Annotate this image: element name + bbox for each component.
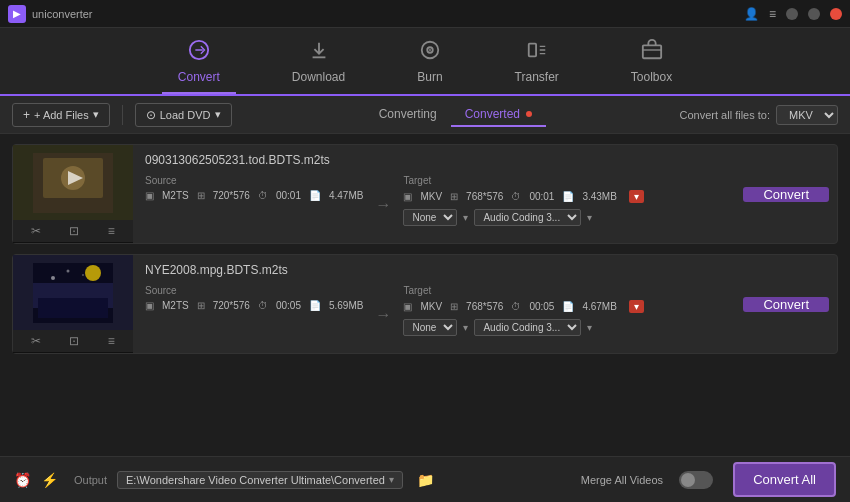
svg-point-14: [85, 265, 101, 281]
file-icon-2: 📄: [309, 300, 321, 311]
thumbnail-2: ✂ ⊡ ≡: [13, 255, 133, 353]
target-size-2: 4.67MB: [582, 301, 616, 312]
converted-tab-label: Converted: [465, 107, 520, 121]
target-res-2: 768*576: [466, 301, 503, 312]
source-size-2: 5.69MB: [329, 300, 363, 311]
settings-icon-2[interactable]: ≡: [108, 334, 115, 348]
format-select[interactable]: MKV MP4 AVI: [776, 105, 838, 125]
convert-all-button[interactable]: Convert All: [733, 462, 836, 497]
output-path-dropdown[interactable]: ▾: [385, 474, 394, 485]
dvd-icon: ⊙: [146, 108, 156, 122]
titlebar-controls: 👤 ≡: [744, 7, 842, 21]
load-dvd-button[interactable]: ⊙ Load DVD ▾: [135, 103, 232, 127]
target-file-icon-2: 📄: [562, 301, 574, 312]
add-files-label: + Add Files: [34, 109, 89, 121]
target-dur-1: 00:01: [529, 191, 554, 202]
subtitle-select-1[interactable]: None: [403, 209, 457, 226]
target-label-2: Target: [403, 285, 643, 296]
subtitle-dropdown-icon-2: ▾: [463, 322, 468, 333]
maximize-button[interactable]: [808, 8, 820, 20]
burn-nav-icon: [419, 39, 441, 66]
target-dropdown-btn-1[interactable]: ▾: [629, 190, 644, 203]
subtitle-select-2[interactable]: None: [403, 319, 457, 336]
film-icon-2: ▣: [145, 300, 154, 311]
tab-converted[interactable]: Converted: [451, 103, 547, 127]
source-block-2: Source ▣ M2TS ⊞ 720*576 ⏱ 00:05 📄 5.69MB: [145, 285, 363, 311]
add-files-button[interactable]: + + Add Files ▾: [12, 103, 110, 127]
toggle-knob: [681, 473, 695, 487]
app-logo: ▶: [8, 5, 26, 23]
target-meta-2: ▣ MKV ⊞ 768*576 ⏱ 00:05 📄 4.67MB ▾: [403, 300, 643, 313]
converting-tab-label: Converting: [379, 107, 437, 121]
audio-dropdown-icon-1: ▾: [587, 212, 592, 223]
merge-toggle[interactable]: [679, 471, 713, 489]
target-size-1: 3.43MB: [582, 191, 616, 202]
film-icon-1: ▣: [145, 190, 154, 201]
minimize-button[interactable]: [786, 8, 798, 20]
format-selector: Convert all files to: MKV MP4 AVI: [680, 105, 838, 125]
target-dur-2: 00:05: [529, 301, 554, 312]
source-block-1: Source ▣ M2TS ⊞ 720*576 ⏱ 00:01 📄 4.47MB: [145, 175, 363, 201]
output-path-text: E:\Wondershare Video Converter Ultimate\…: [126, 474, 385, 486]
audio-dropdown-icon-2: ▾: [587, 322, 592, 333]
merge-label: Merge All Videos: [581, 474, 663, 486]
nav-convert[interactable]: Convert: [162, 31, 236, 94]
target-dropdown-btn-2[interactable]: ▾: [629, 300, 644, 313]
target-meta-1: ▣ MKV ⊞ 768*576 ⏱ 00:01 📄 3.43MB ▾: [403, 190, 643, 203]
svg-rect-5: [528, 43, 535, 56]
lightning-icon[interactable]: ⚡: [41, 472, 58, 488]
convert-all-files-label: Convert all files to:: [680, 109, 770, 121]
file-icon-1: 📄: [309, 190, 321, 201]
target-block-2: Target ▣ MKV ⊞ 768*576 ⏱ 00:05 📄 4.67MB …: [403, 285, 643, 336]
scissors-icon[interactable]: ✂: [31, 224, 41, 238]
target-clock-icon-1: ⏱: [511, 191, 521, 202]
nav-download[interactable]: Download: [276, 31, 361, 92]
scissors-icon-2[interactable]: ✂: [31, 334, 41, 348]
file-info-2: NYE2008.mpg.BDTS.m2ts Source ▣ M2TS ⊞ 72…: [133, 255, 735, 353]
target-film-icon-1: ▣: [403, 191, 412, 202]
target-clock-icon-2: ⏱: [511, 301, 521, 312]
crop-icon-2[interactable]: ⊡: [69, 334, 79, 348]
audio-select-2[interactable]: Audio Coding 3...: [474, 319, 581, 336]
svg-point-16: [51, 276, 55, 280]
close-button[interactable]: [830, 8, 842, 20]
user-icon[interactable]: 👤: [744, 7, 759, 21]
source-res-1: 720*576: [213, 190, 250, 201]
settings-icon[interactable]: ≡: [108, 224, 115, 238]
source-label-1: Source: [145, 175, 363, 186]
convert-nav-icon: [188, 39, 210, 66]
menu-icon[interactable]: ≡: [769, 7, 776, 21]
target-res-1: 768*576: [466, 191, 503, 202]
titlebar-left: ▶ uniconverter: [8, 5, 93, 23]
folder-icon[interactable]: 📁: [417, 472, 434, 488]
toolbar-divider: [122, 105, 123, 125]
output-path-container: E:\Wondershare Video Converter Ultimate\…: [117, 471, 403, 489]
nav-burn[interactable]: Burn: [401, 31, 458, 92]
clock-icon-1: ⏱: [258, 190, 268, 201]
subtitle-row-1: None ▾ Audio Coding 3... ▾: [403, 209, 643, 226]
alarm-icon[interactable]: ⏰: [14, 472, 31, 488]
svg-point-4: [429, 49, 431, 51]
convert-button-2[interactable]: Convert: [743, 297, 829, 312]
svg-point-17: [67, 269, 70, 272]
svg-rect-6: [642, 45, 660, 58]
tab-converting[interactable]: Converting: [365, 103, 451, 127]
thumbnail-1: ✂ ⊡ ≡: [13, 145, 133, 243]
thumb-image-1: [13, 145, 133, 220]
target-label-1: Target: [403, 175, 643, 186]
toolbar: + + Add Files ▾ ⊙ Load DVD ▾ Converting …: [0, 96, 850, 134]
crop-icon[interactable]: ⊡: [69, 224, 79, 238]
source-dur-1: 00:01: [276, 190, 301, 201]
nav-toolbox[interactable]: Toolbox: [615, 31, 688, 92]
subtitle-row-2: None ▾ Audio Coding 3... ▾: [403, 319, 643, 336]
target-res-icon-1: ⊞: [450, 191, 458, 202]
nav-transfer[interactable]: Transfer: [499, 31, 575, 92]
converted-tab-dot: [526, 111, 532, 117]
nav-toolbox-label: Toolbox: [631, 70, 672, 84]
convert-button-1[interactable]: Convert: [743, 187, 829, 202]
source-meta-1: ▣ M2TS ⊞ 720*576 ⏱ 00:01 📄 4.47MB: [145, 190, 363, 201]
thumb-controls-2: ✂ ⊡ ≡: [13, 330, 133, 352]
tab-group: Converting Converted: [365, 103, 547, 127]
audio-select-1[interactable]: Audio Coding 3...: [474, 209, 581, 226]
bottombar: ⏰ ⚡ Output E:\Wondershare Video Converte…: [0, 456, 850, 502]
